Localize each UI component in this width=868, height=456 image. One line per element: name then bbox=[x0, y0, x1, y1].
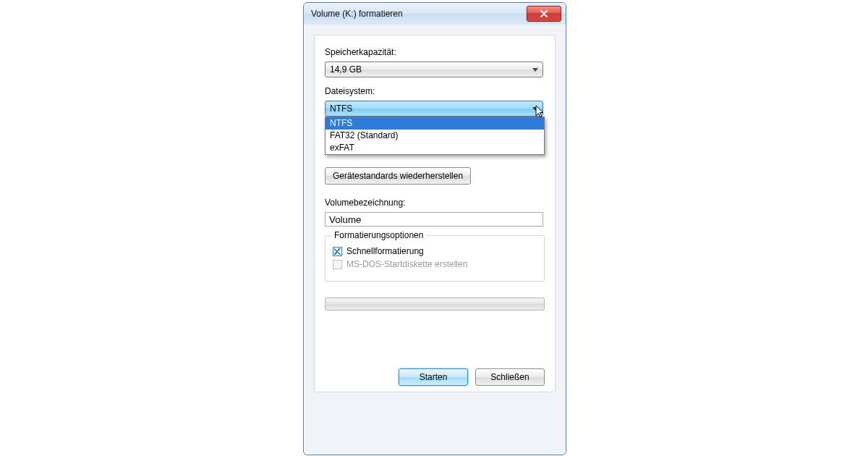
capacity-label: Speicherkapazität: bbox=[325, 47, 545, 57]
restore-defaults-button[interactable]: Gerätestandards wiederherstellen bbox=[325, 167, 471, 185]
close-button[interactable]: Schließen bbox=[475, 368, 545, 386]
filesystem-option-ntfs[interactable]: NTFS bbox=[326, 117, 544, 130]
filesystem-label: Dateisystem: bbox=[325, 86, 545, 96]
window-title: Volume (K:) formatieren bbox=[311, 9, 527, 19]
titlebar[interactable]: Volume (K:) formatieren bbox=[304, 3, 566, 25]
progress-bar bbox=[325, 297, 545, 311]
msdos-boot-checkbox: MS-DOS-Startdiskette erstellen bbox=[333, 259, 537, 269]
volume-label-caption: Volumebezeichnung: bbox=[325, 198, 545, 208]
chevron-down-icon bbox=[532, 68, 538, 72]
filesystem-option-fat32[interactable]: FAT32 (Standard) bbox=[326, 130, 544, 142]
filesystem-dropdown: NTFS FAT32 (Standard) exFAT bbox=[325, 117, 545, 155]
filesystem-option-exfat[interactable]: exFAT bbox=[326, 142, 544, 154]
checkbox-icon bbox=[333, 247, 342, 256]
close-icon bbox=[540, 10, 548, 17]
filesystem-combobox[interactable]: NTFS NTFS FAT32 (Standard) exFAT bbox=[325, 101, 543, 117]
client-area: Speicherkapazität: 14,9 GB Dateisystem: … bbox=[314, 35, 556, 392]
quick-format-checkbox[interactable]: Schnellformatierung bbox=[333, 246, 537, 256]
start-button[interactable]: Starten bbox=[399, 368, 468, 386]
close-window-button[interactable] bbox=[527, 6, 561, 22]
format-dialog: Volume (K:) formatieren Speicherkapazitä… bbox=[303, 2, 566, 455]
filesystem-value: NTFS bbox=[330, 104, 352, 114]
volume-label-input[interactable] bbox=[325, 212, 543, 227]
capacity-combobox[interactable]: 14,9 GB bbox=[325, 62, 543, 77]
chevron-down-icon bbox=[532, 107, 538, 111]
checkbox-icon bbox=[333, 260, 342, 269]
format-options-group: Formatierungsoptionen Schnellformatierun… bbox=[325, 235, 545, 282]
capacity-value: 14,9 GB bbox=[330, 64, 362, 75]
format-options-title: Formatierungsoptionen bbox=[331, 230, 426, 240]
